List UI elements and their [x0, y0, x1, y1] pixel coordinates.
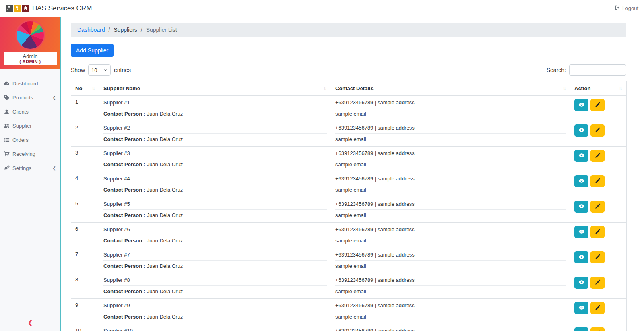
- pencil-icon: [595, 102, 601, 109]
- sort-icon[interactable]: ↑↓: [619, 86, 622, 91]
- action-cell: [570, 197, 627, 223]
- action-cell: [570, 324, 627, 331]
- contact-person-label: Contact Person :: [103, 111, 145, 117]
- view-button[interactable]: [574, 175, 588, 187]
- sort-icon[interactable]: ↑↓: [324, 86, 327, 91]
- view-button[interactable]: [574, 277, 588, 289]
- view-button[interactable]: [574, 201, 588, 213]
- main-content: Dashboard / Suppliers / Supplier List Ad…: [61, 17, 644, 331]
- view-button[interactable]: [574, 150, 588, 162]
- sidebar-item-clients[interactable]: Clients: [0, 105, 60, 119]
- action-cell: [570, 172, 627, 197]
- edit-button[interactable]: [590, 175, 605, 187]
- supplier-name: Supplier #3: [103, 150, 327, 159]
- supplier-name: Supplier #7: [103, 251, 327, 261]
- header-action[interactable]: Action↑↓: [570, 81, 627, 96]
- sidebar-item-orders[interactable]: Orders: [0, 133, 60, 147]
- contact-details-cell: +639123456789 | sample address sample em…: [331, 147, 570, 172]
- profile-name: Admin: [4, 53, 57, 59]
- contact-details-cell: +639123456789 | sample address sample em…: [331, 96, 570, 121]
- sidebar-item-settings[interactable]: Settings ❮: [0, 161, 60, 175]
- view-button[interactable]: [574, 302, 588, 314]
- tachometer-icon: [4, 81, 10, 87]
- view-button[interactable]: [574, 327, 588, 331]
- sidebar-item-dashboard[interactable]: Dashboard: [0, 77, 60, 91]
- email: sample email: [335, 210, 566, 218]
- supplier-name: Supplier #10: [103, 327, 327, 331]
- paint-tool-icon: [14, 5, 21, 12]
- contact-details-cell: +639123456789 | sample address sample em…: [331, 248, 570, 273]
- pencil-icon: [595, 127, 601, 134]
- edit-button[interactable]: [590, 327, 605, 331]
- contact-details-cell: +639123456789 | sample address sample em…: [331, 197, 570, 223]
- header-contact-details[interactable]: Contact Details↑↓: [331, 81, 570, 96]
- phone-address: +639123456789 | sample address: [335, 327, 566, 331]
- view-button[interactable]: [574, 226, 588, 238]
- edit-button[interactable]: [590, 251, 605, 263]
- supplier-name-cell: Supplier #6 Contact Person : Juan Dela C…: [99, 223, 331, 248]
- contact-person-label: Contact Person :: [103, 136, 145, 142]
- entries-select[interactable]: 10: [88, 64, 111, 76]
- logout-button[interactable]: Logout: [615, 5, 638, 12]
- contact-person-value: Juan Dela Cruz: [147, 238, 183, 244]
- sort-icon[interactable]: ↑↓: [563, 86, 566, 91]
- edit-button[interactable]: [590, 201, 605, 213]
- sidebar-item-label: Settings: [12, 165, 31, 171]
- header-no[interactable]: No↑↓: [71, 81, 99, 96]
- pencil-icon: [595, 254, 601, 261]
- contact-person-line: Contact Person : Juan Dela Cruz: [103, 311, 327, 320]
- sidebar-item-supplier[interactable]: Supplier: [0, 119, 60, 133]
- eye-icon: [578, 127, 585, 134]
- contact-details-cell: +639123456789 | sample address sample em…: [331, 299, 570, 324]
- supplier-name-cell: Supplier #2 Contact Person : Juan Dela C…: [99, 121, 331, 147]
- edit-button[interactable]: [590, 226, 605, 238]
- email: sample email: [335, 311, 566, 320]
- sidebar-collapse-button[interactable]: ❮: [0, 319, 60, 326]
- pencil-icon: [595, 305, 601, 312]
- view-button[interactable]: [574, 251, 588, 263]
- edit-button[interactable]: [590, 150, 605, 162]
- header-supplier-name[interactable]: Supplier Name↑↓: [99, 81, 331, 96]
- supplier-name: Supplier #9: [103, 302, 327, 311]
- row-number: 1: [71, 96, 99, 121]
- contact-person-value: Juan Dela Cruz: [147, 136, 183, 142]
- contact-person-label: Contact Person :: [103, 263, 145, 269]
- sort-icon[interactable]: ↑↓: [92, 86, 95, 91]
- table-row: 8 Supplier #8 Contact Person : Juan Dela…: [71, 273, 627, 299]
- phone-address: +639123456789 | sample address: [335, 124, 566, 134]
- sidebar-item-products[interactable]: Products ❮: [0, 91, 60, 105]
- edit-button[interactable]: [590, 277, 605, 289]
- supplier-name-cell: Supplier #10 Contact Person : Juan Dela …: [99, 324, 331, 331]
- edit-button[interactable]: [590, 124, 605, 137]
- logout-label: Logout: [622, 5, 638, 11]
- row-number: 2: [71, 121, 99, 147]
- contact-person-value: Juan Dela Cruz: [147, 263, 183, 269]
- sidebar-item-label: Orders: [12, 137, 29, 143]
- search-input[interactable]: [569, 64, 626, 76]
- breadcrumb-dashboard[interactable]: Dashboard: [77, 27, 105, 33]
- phone-address: +639123456789 | sample address: [335, 226, 566, 235]
- sidebar: Admin ( ADMIN ) Dashboard Products ❮ Cli…: [0, 17, 61, 331]
- action-cell: [570, 96, 627, 121]
- add-supplier-button[interactable]: Add Supplier: [71, 44, 114, 57]
- chevron-left-icon: ❮: [53, 95, 57, 100]
- sidebar-item-label: Products: [12, 95, 33, 101]
- edit-button[interactable]: [590, 99, 605, 111]
- sidebar-item-receiving[interactable]: Receiving: [0, 147, 60, 161]
- table-controls: Show 10 entries Search:: [71, 64, 626, 76]
- pencil-icon: [595, 203, 601, 210]
- email: sample email: [335, 184, 566, 193]
- view-button[interactable]: [574, 124, 588, 137]
- action-cell: [570, 223, 627, 248]
- phone-address: +639123456789 | sample address: [335, 201, 566, 210]
- edit-button[interactable]: [590, 302, 605, 314]
- table-row: 5 Supplier #5 Contact Person : Juan Dela…: [71, 197, 627, 223]
- row-number: 4: [71, 172, 99, 197]
- contact-person-label: Contact Person :: [103, 161, 145, 168]
- view-button[interactable]: [574, 99, 588, 111]
- supplier-name-cell: Supplier #1 Contact Person : Juan Dela C…: [99, 96, 331, 121]
- profile-panel: Admin ( ADMIN ): [0, 17, 60, 69]
- pencil-icon: [595, 279, 601, 286]
- email: sample email: [335, 235, 566, 244]
- contact-person-value: Juan Dela Cruz: [147, 187, 183, 193]
